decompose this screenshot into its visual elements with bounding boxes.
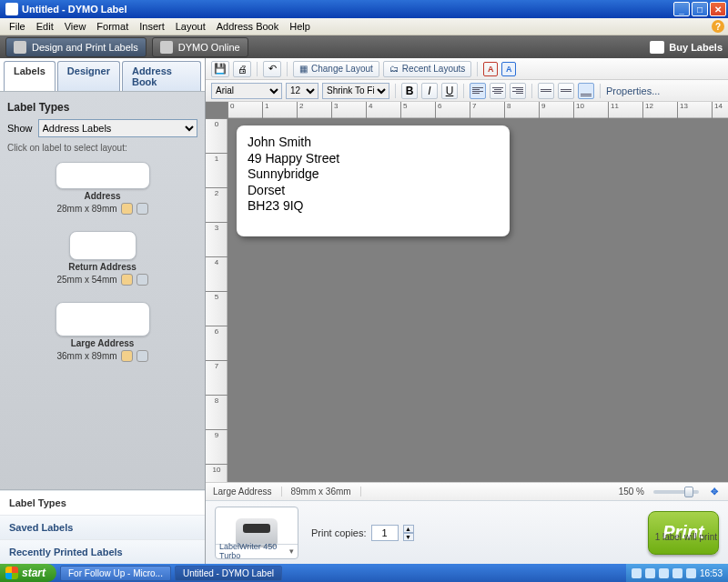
status-dimensions: 89mm x 36mm [291, 487, 361, 497]
sidebar-footer-saved-labels[interactable]: Saved Labels [0, 515, 205, 539]
menu-help[interactable]: Help [284, 19, 316, 34]
sidebar-heading: Label Types [7, 101, 197, 114]
windows-logo-icon [5, 567, 18, 579]
globe-icon [160, 41, 173, 54]
save-button[interactable]: 💾 [211, 61, 229, 77]
tray-icon[interactable] [659, 568, 669, 578]
info-icon[interactable] [121, 203, 133, 215]
info-icon[interactable] [121, 350, 133, 362]
tab-labels[interactable]: Labels [4, 61, 56, 91]
layout-thumb-address[interactable]: Address 28mm x 89mm [7, 162, 197, 215]
align-right-button[interactable] [510, 83, 526, 99]
sidebar: Labels Designer Address Book Label Types… [0, 58, 206, 564]
dymo-online-button[interactable]: DYMO Online [152, 37, 248, 57]
sidebar-footer-recent-labels[interactable]: Recently Printed Labels [0, 539, 205, 564]
canvas[interactable]: John Smith 49 Happy Street Sunnybridge D… [228, 118, 728, 482]
fit-screen-button[interactable]: ✥ [708, 486, 721, 498]
menu-format[interactable]: Format [91, 19, 134, 34]
chevron-down-icon: ▾ [289, 547, 294, 556]
align-center-button[interactable] [490, 83, 506, 99]
layout-thumb-large-address[interactable]: Large Address 36mm x 89mm [7, 302, 197, 362]
valign-top-button[interactable] [538, 83, 554, 99]
properties-link[interactable]: Properties... [606, 85, 660, 96]
print-button[interactable]: 🖨 [233, 61, 251, 77]
editor-panel: 💾 🖨 ↶ ▦ Change Layout 🗂 Recent Layouts A… [206, 58, 728, 564]
layout-thumb-return-address[interactable]: Return Address 25mm x 54mm [7, 231, 197, 286]
font-family-select[interactable]: Arial [211, 83, 282, 99]
copies-down-button[interactable]: ▼ [403, 533, 414, 541]
printer-icon: 🖨 [238, 64, 248, 75]
start-button[interactable]: start [0, 564, 56, 582]
layout-icon: ▦ [299, 64, 308, 74]
copies-label: Print copies: [311, 527, 367, 538]
align-left-button[interactable] [470, 83, 486, 99]
task-label: For Follow Up - Micro... [68, 568, 163, 578]
design-print-button[interactable]: Design and Print Labels [5, 37, 147, 57]
label-preview[interactable]: John Smith 49 Happy Street Sunnybridge D… [237, 125, 510, 236]
buy-labels-button[interactable]: Buy Labels [650, 41, 723, 54]
underline-button[interactable]: U [441, 83, 458, 99]
italic-button[interactable]: I [421, 83, 438, 99]
tab-designer[interactable]: Designer [57, 61, 120, 91]
window-minimize-button[interactable]: _ [673, 2, 690, 16]
task-item[interactable]: Untitled - DYMO Label [175, 566, 282, 581]
label-line: Sunnybridge [248, 166, 499, 183]
copies-input[interactable] [371, 525, 399, 541]
window-close-button[interactable]: ✕ [710, 2, 726, 16]
printer-selector[interactable]: LabelWriter 450 Turbo ▾ [215, 507, 298, 559]
fit-mode-select[interactable]: Shrink To Fit [322, 83, 389, 99]
label-line: BH23 9IQ [248, 198, 499, 215]
recent-icon: 🗂 [389, 64, 399, 74]
copies-up-button[interactable]: ▲ [403, 525, 414, 533]
thumb-preview [56, 302, 150, 336]
highlight-a-button[interactable]: A [501, 62, 516, 76]
valign-bottom-button[interactable] [578, 83, 594, 99]
recent-layouts-button[interactable]: 🗂 Recent Layouts [383, 61, 472, 77]
zoom-knob[interactable] [684, 487, 693, 497]
tray-icon[interactable] [686, 568, 696, 578]
options-icon[interactable] [136, 203, 148, 215]
label-line: 49 Happy Street [248, 151, 499, 167]
menu-address-book[interactable]: Address Book [211, 19, 284, 34]
recent-layouts-label: Recent Layouts [402, 64, 466, 74]
change-layout-label: Change Layout [311, 64, 373, 74]
undo-button[interactable]: ↶ [263, 61, 281, 77]
options-icon[interactable] [136, 350, 148, 362]
tray-icon[interactable] [645, 568, 655, 578]
clock: 16:53 [700, 568, 723, 578]
system-tray[interactable]: 16:53 [626, 564, 728, 582]
sidebar-tabs: Labels Designer Address Book [0, 58, 205, 92]
show-label: Show [7, 123, 33, 134]
status-bar: Large Address 89mm x 36mm 150 % ✥ [206, 482, 728, 500]
menu-file[interactable]: File [4, 19, 31, 34]
change-layout-button[interactable]: ▦ Change Layout [293, 61, 379, 77]
valign-middle-button[interactable] [558, 83, 574, 99]
menu-view[interactable]: View [59, 19, 92, 34]
task-label: Untitled - DYMO Label [183, 568, 274, 578]
options-icon[interactable] [136, 274, 148, 286]
font-color-a-button[interactable]: A [483, 62, 498, 76]
menu-insert[interactable]: Insert [134, 19, 170, 34]
task-item[interactable]: For Follow Up - Micro... [60, 566, 171, 581]
ruler-horizontal: 01234567891011121314 [228, 102, 728, 118]
tray-icon[interactable] [632, 568, 642, 578]
info-icon[interactable] [121, 274, 133, 286]
font-size-select[interactable]: 12 [286, 83, 318, 99]
help-icon[interactable]: ? [712, 20, 724, 33]
dymo-online-label: DYMO Online [178, 42, 240, 53]
tab-address-book[interactable]: Address Book [122, 61, 201, 91]
menu-edit[interactable]: Edit [31, 19, 59, 34]
buy-labels-label: Buy Labels [669, 42, 723, 53]
bold-button[interactable]: B [401, 83, 418, 99]
menu-layout[interactable]: Layout [170, 19, 211, 34]
thumb-dims: 36mm x 89mm [56, 351, 116, 361]
tray-icon[interactable] [672, 568, 682, 578]
printer-icon [14, 41, 26, 54]
show-select[interactable]: Address Labels [38, 119, 197, 137]
select-layout-hint: Click on label to select layout: [7, 143, 197, 153]
save-icon: 💾 [214, 63, 227, 75]
window-maximize-button[interactable]: □ [692, 2, 708, 16]
sidebar-footer-label-types[interactable]: Label Types [0, 490, 205, 515]
zoom-slider[interactable] [653, 490, 699, 494]
menubar: File Edit View Format Insert Layout Addr… [0, 18, 728, 35]
